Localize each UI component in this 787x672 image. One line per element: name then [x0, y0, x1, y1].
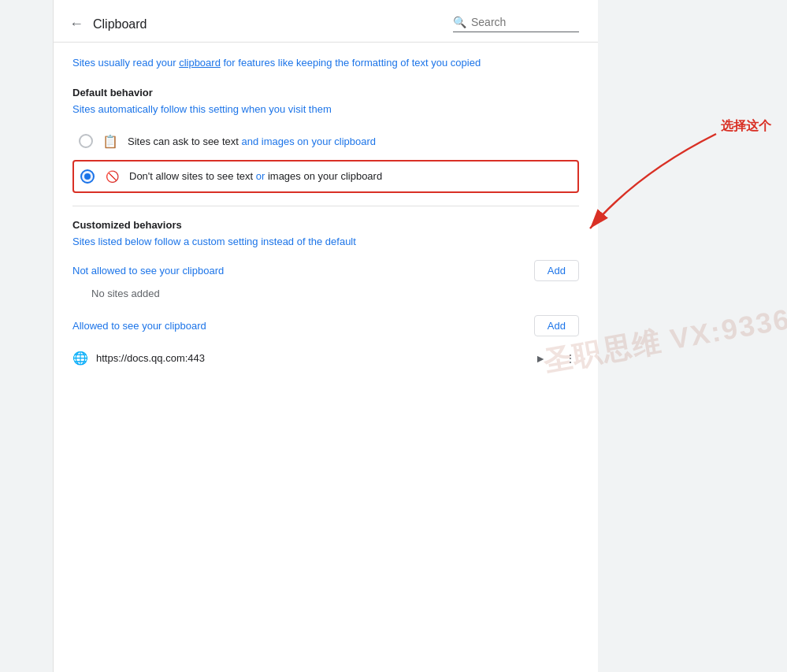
allowed-header: Allowed to see your clipboard Add: [72, 315, 579, 336]
allowed-add-button[interactable]: Add: [534, 315, 579, 336]
not-allowed-header: Not allowed to see your clipboard Add: [72, 260, 579, 281]
not-allowed-add-button[interactable]: Add: [534, 260, 579, 281]
custom-section-sub: Sites listed below follow a custom setti…: [72, 236, 579, 247]
default-behavior-title: Default behavior: [72, 87, 579, 98]
site-more-button[interactable]: ⋮: [562, 349, 579, 368]
option1-radio[interactable]: [79, 134, 93, 148]
back-button[interactable]: ←: [66, 13, 87, 35]
search-icon: 🔍: [453, 16, 466, 28]
not-allowed-subsection: Not allowed to see your clipboard Add No…: [72, 260, 579, 299]
divider: [72, 206, 579, 206]
annotation-text: 选择这个: [721, 118, 771, 135]
back-icon: ←: [69, 16, 84, 32]
site-url: https://docs.qq.com:443: [96, 352, 524, 364]
option2-radio[interactable]: [80, 169, 95, 184]
site-chevron-button[interactable]: ►: [532, 349, 549, 368]
option2-row[interactable]: 🚫 Don't allow sites to see text or image…: [72, 160, 579, 193]
main-content: ← Clipboard 🔍 Sites usually read your cl…: [54, 0, 598, 672]
page-title: Clipboard: [93, 17, 147, 32]
info-text-part1: Sites usually read your: [72, 57, 179, 69]
option2-icon: 🚫: [104, 170, 120, 183]
annotation-area: 选择这个: [598, 110, 787, 268]
custom-section-title: Customized behaviors: [72, 219, 579, 231]
right-area: 选择这个 圣职思维 VX:9336745: [598, 0, 787, 672]
not-allowed-title: Not allowed to see your clipboard: [72, 265, 224, 277]
site-actions: ► ⋮: [532, 349, 579, 368]
site-row: 🌐 https://docs.qq.com:443 ► ⋮: [72, 343, 579, 374]
info-text: Sites usually read your clipboard for fe…: [72, 55, 579, 71]
annotation-arrow: [574, 126, 748, 268]
option1-label: Sites can ask to see text and images on …: [128, 136, 376, 147]
option1-row[interactable]: 📋 Sites can ask to see text and images o…: [72, 126, 579, 157]
info-text-part2: for features like keeping the formatting…: [221, 57, 481, 69]
site-globe-icon: 🌐: [72, 351, 88, 366]
allowed-subsection: Allowed to see your clipboard Add 🌐 http…: [72, 315, 579, 374]
header-left: ← Clipboard: [66, 13, 147, 35]
content-area: Sites usually read your clipboard for fe…: [54, 43, 598, 403]
option1-icon: 📋: [102, 134, 118, 149]
allowed-title: Allowed to see your clipboard: [72, 320, 206, 332]
info-text-link1[interactable]: clipboard: [179, 57, 221, 69]
search-input[interactable]: [471, 16, 574, 28]
no-sites-message: No sites added: [72, 288, 579, 299]
left-sidebar: [0, 0, 54, 672]
header: ← Clipboard 🔍: [54, 0, 598, 43]
option2-label: Don't allow sites to see text or images …: [129, 170, 382, 182]
search-container: 🔍: [453, 16, 579, 32]
default-behavior-sub: Sites automatically follow this setting …: [72, 103, 579, 115]
